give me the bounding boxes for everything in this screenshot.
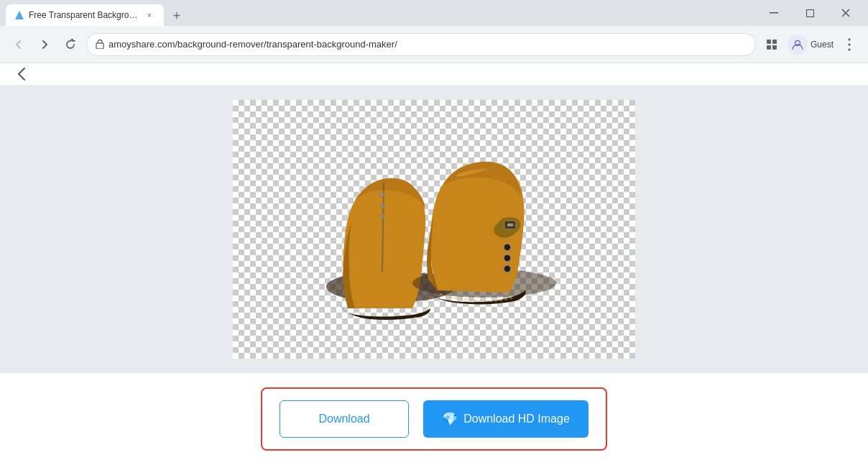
browser-menu-button[interactable] (839, 34, 859, 55)
tab-strip: Free Transparent Background × + (6, 0, 757, 26)
window-controls (757, 0, 862, 26)
gem-icon: 💎 (442, 411, 458, 427)
svg-rect-6 (767, 40, 771, 44)
url-bar[interactable]: amoyshare.com/background-remover/transpa… (86, 33, 756, 56)
title-bar: Free Transparent Background × + (0, 0, 868, 26)
button-group-wrapper: Download 💎 Download HD Image (261, 387, 607, 451)
svg-rect-2 (806, 9, 813, 17)
url-text: amoyshare.com/background-remover/transpa… (108, 39, 747, 50)
tab-close-button[interactable]: × (144, 9, 155, 21)
guest-label: Guest (811, 40, 834, 50)
reload-button[interactable] (60, 34, 80, 55)
svg-point-22 (504, 244, 511, 251)
svg-rect-17 (379, 204, 385, 207)
address-bar: amoyshare.com/background-remover/transpa… (0, 26, 868, 63)
svg-point-11 (849, 38, 851, 40)
back-area (0, 63, 868, 86)
svg-rect-7 (772, 40, 777, 44)
lock-icon (96, 39, 104, 50)
tab-label: Free Transparent Background (29, 10, 139, 20)
download-button[interactable]: Download (280, 400, 409, 438)
svg-rect-21 (507, 224, 513, 226)
download-button-label: Download (318, 413, 369, 425)
page-content: Download 💎 Download HD Image (0, 63, 868, 465)
svg-rect-1 (770, 12, 778, 14)
boot-image (233, 100, 635, 359)
close-button[interactable] (829, 0, 862, 26)
extensions-button[interactable] (762, 34, 782, 55)
svg-rect-18 (379, 215, 385, 218)
maximize-button[interactable] (793, 0, 826, 26)
browser-frame: Free Transparent Background × + (0, 0, 868, 465)
forward-nav-button[interactable] (34, 34, 55, 55)
svg-rect-5 (96, 43, 103, 49)
tab-favicon (14, 10, 24, 20)
bottom-area: Download 💎 Download HD Image (0, 373, 868, 465)
svg-point-13 (849, 48, 851, 50)
svg-rect-9 (772, 45, 777, 50)
active-tab[interactable]: Free Transparent Background × (6, 4, 164, 26)
svg-point-23 (504, 254, 511, 262)
profile-button[interactable] (788, 34, 808, 55)
svg-marker-0 (15, 11, 24, 19)
download-hd-button-label: Download HD Image (463, 413, 570, 425)
main-area (0, 86, 868, 373)
image-preview (233, 100, 635, 359)
svg-point-24 (504, 265, 511, 272)
svg-rect-8 (767, 45, 771, 50)
new-tab-button[interactable]: + (167, 6, 187, 26)
back-chevron-button[interactable] (11, 64, 32, 84)
svg-point-12 (849, 43, 851, 45)
profile-area: Guest (788, 34, 834, 55)
svg-rect-16 (379, 193, 385, 196)
minimize-button[interactable] (757, 0, 790, 26)
download-hd-button[interactable]: 💎 Download HD Image (423, 400, 588, 438)
back-nav-button[interactable] (9, 34, 29, 55)
